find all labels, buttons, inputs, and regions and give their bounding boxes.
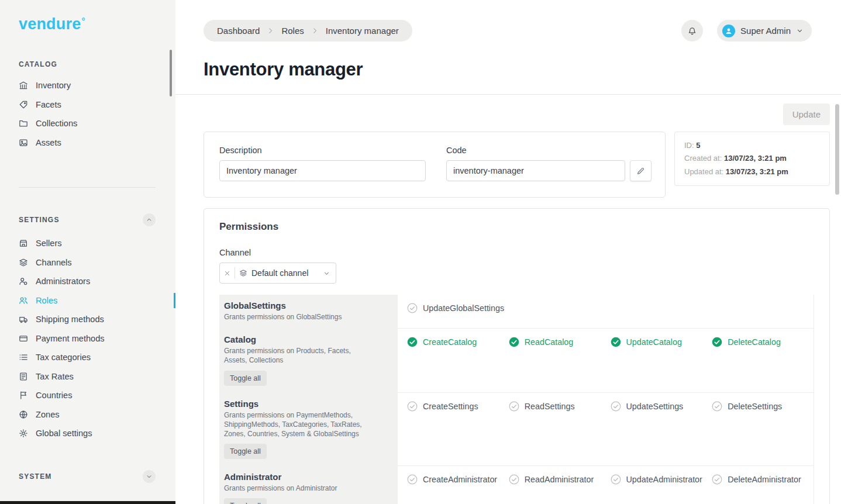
sidebar-nav: CATALOGInventoryFacetsCollectionsAssetsS… xyxy=(19,60,175,483)
sidebar-item-global-settings[interactable]: Global settings xyxy=(19,424,175,443)
sidebar-divider xyxy=(19,187,156,188)
sidebar-item-roles[interactable]: Roles xyxy=(19,291,175,310)
sidebar-item-label: Payment methods xyxy=(36,334,105,343)
sidebar-item-administrators[interactable]: Administrators xyxy=(19,272,175,291)
permission-checkbox-readsettings[interactable]: ReadSettings xyxy=(509,401,611,412)
code-label: Code xyxy=(446,146,652,155)
permission-checkbox-deleteadministrator[interactable]: DeleteAdministrator xyxy=(712,474,814,485)
sidebar-item-countries[interactable]: Countries xyxy=(19,386,175,405)
permission-checkbox-readcatalog[interactable]: ReadCatalog xyxy=(509,337,611,347)
role-details-card: Description Code xyxy=(204,132,666,198)
toggle-all-button[interactable]: Toggle all xyxy=(224,371,267,386)
vendure-logo: vendure° xyxy=(19,15,175,33)
channels-icon xyxy=(19,258,28,267)
breadcrumb: DashboardRolesInventory manager xyxy=(204,20,412,42)
permission-group-name: Settings xyxy=(224,399,388,409)
inventory-icon xyxy=(19,81,28,90)
sidebar-item-tax-rates[interactable]: Tax Rates xyxy=(19,367,175,386)
description-field: Description xyxy=(219,146,426,181)
breadcrumb-item-inventory-manager: Inventory manager xyxy=(326,26,399,36)
sidebar-item-sellers[interactable]: Sellers xyxy=(19,234,175,253)
sidebar-item-zones[interactable]: Zones xyxy=(19,405,175,424)
permission-checkbox-updateadministrator[interactable]: UpdateAdministrator xyxy=(611,474,712,485)
edit-code-button[interactable] xyxy=(630,160,652,181)
check-circle-outline-icon xyxy=(509,474,519,485)
channel-value: Default channel xyxy=(251,268,308,278)
sidebar-item-assets[interactable]: Assets xyxy=(19,133,175,153)
toggle-all-button[interactable]: Toggle all xyxy=(224,444,267,459)
permission-checkbox-updatecatalog[interactable]: UpdateCatalog xyxy=(611,337,712,347)
channel-select[interactable]: Default channel xyxy=(219,263,336,284)
user-menu[interactable]: Super Admin xyxy=(717,20,812,42)
permission-checkbox-updatesettings[interactable]: UpdateSettings xyxy=(611,401,712,412)
remove-channel-icon[interactable] xyxy=(224,270,230,277)
permission-checkbox-deletecatalog[interactable]: DeleteCatalog xyxy=(712,337,814,347)
sidebar-item-facets[interactable]: Facets xyxy=(19,95,175,115)
check-circle-outline-icon xyxy=(407,303,418,313)
global-settings-icon xyxy=(19,429,28,438)
sidebar-item-label: Zones xyxy=(36,410,60,419)
code-field: Code xyxy=(446,146,652,181)
notifications-button[interactable] xyxy=(681,20,703,42)
breadcrumb-item-dashboard[interactable]: Dashboard xyxy=(217,26,260,36)
permission-checkbox-deletesettings[interactable]: DeleteSettings xyxy=(712,401,814,412)
toggle-all-button[interactable]: Toggle all xyxy=(224,498,267,504)
permission-checkbox-createadministrator[interactable]: CreateAdministrator xyxy=(407,474,509,485)
sidebar-item-shipping-methods[interactable]: Shipping methods xyxy=(19,310,175,329)
permission-group-name: Administrator xyxy=(224,472,388,482)
channel-label: Channel xyxy=(219,248,814,257)
check-circle-filled-icon xyxy=(407,337,418,347)
permission-group-name: Catalog xyxy=(224,334,388,344)
check-circle-filled-icon xyxy=(509,337,519,347)
topbar: DashboardRolesInventory manager Super Ad… xyxy=(175,0,841,42)
description-input[interactable] xyxy=(219,160,426,181)
user-name: Super Admin xyxy=(740,26,791,36)
section-label: SETTINGS xyxy=(19,216,60,224)
chevron-down-icon[interactable] xyxy=(143,470,156,483)
permission-group-description: Grants permissions on Products, Facets, … xyxy=(224,346,371,365)
sidebar-item-inventory[interactable]: Inventory xyxy=(19,76,175,95)
sidebar-item-label: Tax categories xyxy=(36,353,91,362)
permissions-table: GlobalSettingsGrants permissions on Glob… xyxy=(219,295,814,504)
permissions-card: Permissions Channel Default channel Glob… xyxy=(204,208,830,504)
permission-checkbox-updateglobalsettings[interactable]: UpdateGlobalSettings xyxy=(407,303,509,313)
sidebar-item-label: Channels xyxy=(36,258,72,267)
sidebar-item-channels[interactable]: Channels xyxy=(19,253,175,272)
permission-checkbox-createsettings[interactable]: CreateSettings xyxy=(407,401,509,412)
breadcrumb-item-roles[interactable]: Roles xyxy=(281,26,304,36)
permission-checkbox-createcatalog[interactable]: CreateCatalog xyxy=(407,337,509,347)
sidebar-item-label: Administrators xyxy=(36,277,90,286)
assets-icon xyxy=(19,138,28,147)
permission-checkbox-readadministrator[interactable]: ReadAdministrator xyxy=(509,474,611,485)
permission-row-administrator: AdministratorGrants permissions on Admin… xyxy=(219,466,814,504)
chevron-right-icon xyxy=(311,27,319,34)
check-circle-outline-icon xyxy=(407,401,418,412)
check-circle-filled-icon xyxy=(611,337,621,347)
sidebar-item-label: Shipping methods xyxy=(36,315,104,324)
code-input[interactable] xyxy=(446,160,625,181)
sidebar-item-label: Facets xyxy=(36,100,61,109)
user-icon xyxy=(725,27,733,35)
zones-icon xyxy=(19,410,28,419)
sidebar-item-payment-methods[interactable]: Payment methods xyxy=(19,329,175,348)
logo-mark: ° xyxy=(81,16,85,26)
permission-group-info: SettingsGrants permissions on PaymentMet… xyxy=(219,393,398,467)
chevron-up-icon[interactable] xyxy=(143,213,156,226)
update-button[interactable]: Update xyxy=(783,103,830,125)
administrators-icon xyxy=(19,277,28,286)
check-circle-filled-icon xyxy=(712,337,722,347)
permissions-title: Permissions xyxy=(219,221,814,233)
sidebar-item-tax-categories[interactable]: Tax categories xyxy=(19,348,175,367)
avatar xyxy=(722,25,735,37)
main-scrollbar[interactable] xyxy=(835,104,839,195)
payment-methods-icon xyxy=(19,334,28,343)
sidebar-scrollbar[interactable] xyxy=(170,50,172,96)
shipping-methods-icon xyxy=(19,315,28,324)
sidebar-item-label: Roles xyxy=(36,296,57,305)
permission-group-name: GlobalSettings xyxy=(224,301,388,310)
logo-text: vendure xyxy=(19,15,81,33)
sidebar-item-label: Assets xyxy=(36,138,61,147)
sidebar-item-collections[interactable]: Collections xyxy=(19,114,175,133)
entity-id: ID: 5 xyxy=(684,139,820,152)
permission-row-catalog: CatalogGrants permissions on Products, F… xyxy=(219,329,814,392)
